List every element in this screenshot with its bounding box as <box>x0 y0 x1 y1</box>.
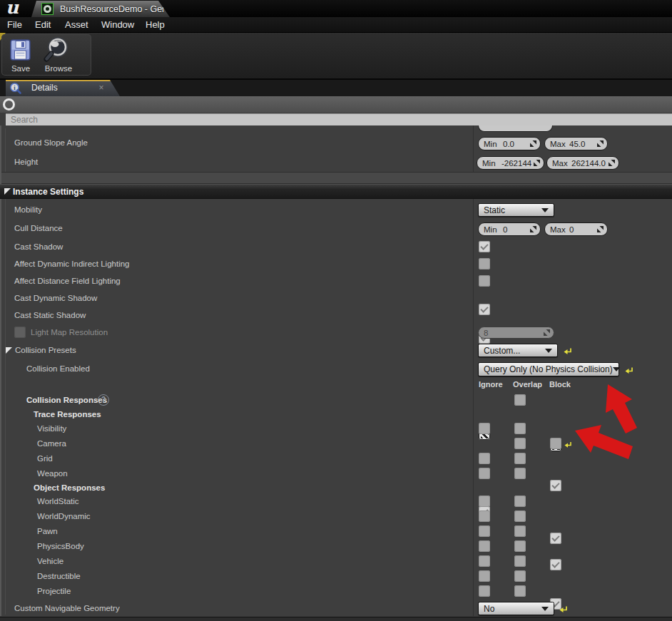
collision-presets-dropdown[interactable]: Custom... <box>478 344 558 357</box>
pawn-overlap-checkbox[interactable] <box>514 525 526 537</box>
projectile-ignore-checkbox[interactable] <box>479 585 490 597</box>
search-input[interactable] <box>6 113 672 125</box>
row-label-visibility: Visibility <box>37 423 66 434</box>
asset-window-tab[interactable]: BushResourceDemo - Ger × <box>31 1 170 17</box>
height-max-field[interactable]: Max 262144.0 <box>546 156 619 170</box>
spinbox-drag-icon <box>533 159 541 167</box>
grid-overlap-checkbox[interactable] <box>514 453 526 464</box>
vehicle-ignore-checkbox[interactable] <box>479 555 490 567</box>
browse-button-label[interactable]: Browse <box>41 63 76 73</box>
ground-slope-max-field[interactable]: Max 45.0 <box>544 137 608 150</box>
affect-distance-field-lighting-checkbox[interactable] <box>479 275 490 287</box>
cast-dynamic-shadow-checkbox[interactable] <box>479 304 490 315</box>
spinbox-drag-icon <box>596 140 604 148</box>
visibility-block-checkbox[interactable] <box>550 480 561 491</box>
row-label-custom-navigable-geometry: Custom Navigable Geometry <box>14 602 120 614</box>
light-map-resolution-enable-checkbox[interactable] <box>14 327 26 338</box>
camera-overlap-checkbox[interactable] <box>514 438 526 449</box>
browse-button[interactable] <box>43 36 71 66</box>
group-label-trace-responses: Trace Responses <box>34 409 101 420</box>
asset-icon <box>41 3 54 15</box>
spinbox-drag-icon <box>529 225 537 233</box>
worlddynamic-overlap-checkbox[interactable] <box>514 510 526 522</box>
weapon-ignore-checkbox[interactable] <box>479 468 490 479</box>
panel-left-edge <box>0 125 1 616</box>
worlddynamic-ignore-checkbox[interactable] <box>479 510 490 522</box>
spinbox-drag-icon <box>529 140 537 148</box>
row-label-pawn: Pawn <box>37 525 58 537</box>
row-label-cull-distance: Cull Distance <box>14 222 63 234</box>
cull-distance-min-field[interactable]: Min 0 <box>478 222 541 236</box>
pawn-ignore-checkbox[interactable] <box>479 525 490 537</box>
details-info-magnifier-icon: i <box>9 82 22 98</box>
weapon-block-checkbox[interactable] <box>550 559 561 570</box>
grid-ignore-checkbox[interactable] <box>479 453 490 464</box>
mobility-dropdown[interactable]: Static <box>478 203 554 217</box>
custom-navigable-geometry-reset-icon[interactable] <box>559 604 568 617</box>
unreal-logo-icon: u <box>6 0 19 18</box>
grid-block-checkbox[interactable] <box>550 533 561 544</box>
row-label-camera: Camera <box>37 438 66 449</box>
vehicle-overlap-checkbox[interactable] <box>514 555 526 567</box>
cast-shadow-checkbox[interactable] <box>479 241 490 252</box>
affect-dynamic-indirect-lighting-checkbox[interactable] <box>479 258 490 270</box>
category-title: Instance Settings <box>13 185 83 198</box>
spinbox-drag-icon <box>543 329 551 337</box>
menu-window[interactable]: Window <box>101 17 134 33</box>
camera-block-checkbox[interactable] <box>550 438 561 449</box>
spinbox-drag-icon <box>596 225 604 233</box>
visibility-ignore-checkbox[interactable] <box>479 423 490 434</box>
cull-distance-max-field[interactable]: Max 0 <box>544 222 608 236</box>
row-label-height: Height <box>14 156 38 168</box>
physicsbody-overlap-checkbox[interactable] <box>514 540 526 552</box>
row-label-collision-responses: Collision Responses <box>26 394 107 406</box>
group-label-object-responses: Object Responses <box>34 482 105 493</box>
visibility-overlap-checkbox[interactable] <box>514 423 526 434</box>
destructible-ignore-checkbox[interactable] <box>479 570 490 582</box>
help-icon[interactable]: ? <box>98 394 109 406</box>
worldstatic-overlap-checkbox[interactable] <box>514 496 526 507</box>
tab-details-close-icon[interactable]: × <box>96 80 107 96</box>
column-header-block: Block <box>549 379 571 390</box>
menu-edit[interactable]: Edit <box>35 17 51 33</box>
responses-all-overlap-checkbox[interactable] <box>514 394 526 406</box>
row-label-ground-slope-angle: Ground Slope Angle <box>14 137 88 148</box>
camera-row-reset-icon[interactable] <box>564 439 572 452</box>
menu-asset[interactable]: Asset <box>65 17 88 33</box>
weapon-overlap-checkbox[interactable] <box>514 468 526 479</box>
column-divider <box>473 125 474 616</box>
chevron-down-icon <box>545 349 552 353</box>
collision-presets-reset-icon[interactable] <box>563 346 572 359</box>
height-min-field[interactable]: Min -262144.0 <box>477 156 544 170</box>
save-button-label[interactable]: Save <box>4 63 37 73</box>
light-map-resolution-field: 8 <box>478 327 554 339</box>
section-gap-band <box>1 172 672 184</box>
menu-help[interactable]: Help <box>146 17 165 33</box>
custom-navigable-geometry-dropdown[interactable]: No <box>478 602 554 615</box>
tab-details-label: Details <box>31 80 58 96</box>
row-label-weapon: Weapon <box>37 468 68 479</box>
selection-circle-icon <box>3 98 15 111</box>
row-label-affect-distance-field-lighting: Affect Distance Field Lighting <box>14 275 121 287</box>
collision-enabled-dropdown[interactable]: Query Only (No Physics Collision) <box>478 362 619 376</box>
ground-slope-min-field[interactable]: Min 0.0 <box>478 137 541 150</box>
row-label-cast-shadow: Cast Shadow <box>14 241 63 252</box>
category-header-instance-settings[interactable] <box>0 184 672 199</box>
collision-enabled-reset-icon[interactable] <box>624 365 633 378</box>
destructible-overlap-checkbox[interactable] <box>514 570 526 582</box>
menu-file[interactable]: File <box>7 17 22 33</box>
column-header-ignore: Ignore <box>479 379 503 390</box>
row-label-physicsbody: PhysicsBody <box>37 540 84 552</box>
projectile-overlap-checkbox[interactable] <box>514 585 526 597</box>
details-panel-header <box>0 96 672 113</box>
chevron-down-icon <box>541 208 549 212</box>
row-label-worldstatic: WorldStatic <box>37 496 79 507</box>
clipped-field-above <box>478 125 553 132</box>
row-label-cast-dynamic-shadow: Cast Dynamic Shadow <box>14 292 97 304</box>
asset-tab-close-icon[interactable]: × <box>157 1 167 18</box>
save-button[interactable] <box>9 39 32 65</box>
physicsbody-ignore-checkbox[interactable] <box>479 540 490 552</box>
spinbox-drag-icon <box>608 159 616 167</box>
worldstatic-ignore-checkbox[interactable] <box>479 496 490 507</box>
row-label-projectile: Projectile <box>37 585 71 597</box>
